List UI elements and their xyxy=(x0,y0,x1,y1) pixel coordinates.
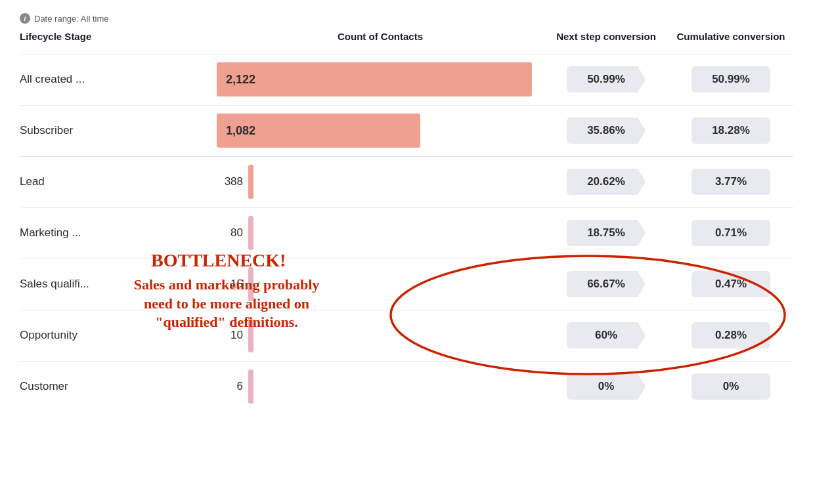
cumulative-sales-qualified: 0.47% xyxy=(669,271,793,297)
cumulative-badge-lead: 3.77% xyxy=(692,169,770,195)
lifecycle-stage-header: Lifecycle Stage xyxy=(20,30,217,43)
table-row-marketing: Marketing ...8018.75%0.71% xyxy=(20,207,793,259)
next-step-badge-opportunity: 60% xyxy=(567,322,646,348)
info-icon: i xyxy=(20,13,30,24)
next-step-header: Next step conversion xyxy=(544,30,669,43)
next-step-sales-qualified: 66.67% xyxy=(544,271,669,297)
bar-marketing xyxy=(248,216,253,250)
next-step-badge-lead: 20.62% xyxy=(567,169,646,195)
bar-subscriber: 1,082 xyxy=(217,114,420,148)
cumulative-badge-sales-qualified: 0.47% xyxy=(692,271,770,297)
cumulative-header: Cumulative conversion xyxy=(669,30,793,43)
main-container: i Date range: All time Lifecycle Stage C… xyxy=(0,0,813,425)
row-label-all-created: All created ... xyxy=(20,66,217,93)
table-rows: All created ...2,12250.99%50.99%Subscrib… xyxy=(20,54,793,412)
bar-value-customer: 6 xyxy=(217,380,243,393)
cumulative-badge-customer: 0% xyxy=(692,373,770,400)
table-row-customer: Customer60%0% xyxy=(20,361,793,412)
bar-customer xyxy=(248,369,253,404)
cumulative-badge-opportunity: 0.28% xyxy=(692,322,770,348)
bar-container-opportunity: 10 xyxy=(217,313,544,358)
cumulative-lead: 3.77% xyxy=(669,169,793,195)
table-row-all-created: All created ...2,12250.99%50.99% xyxy=(20,54,793,105)
next-step-subscriber: 35.86% xyxy=(544,117,669,144)
next-step-badge-customer: 0% xyxy=(567,373,646,400)
cumulative-marketing: 0.71% xyxy=(669,220,793,246)
row-label-customer: Customer xyxy=(20,373,217,400)
table-row-lead: Lead38820.62%3.77% xyxy=(20,156,793,207)
bar-container-subscriber: 1,082 xyxy=(217,108,544,153)
next-step-badge-subscriber: 35.86% xyxy=(567,117,646,144)
table-row-sales-qualified: Sales qualifi...1566.67%0.47% xyxy=(20,259,793,310)
next-step-badge-sales-qualified: 66.67% xyxy=(567,271,646,297)
row-label-marketing: Marketing ... xyxy=(20,220,217,246)
bar-container-marketing: 80 xyxy=(217,211,544,255)
table-header: Lifecycle Stage Count of Contacts Next s… xyxy=(20,30,793,49)
bar-container-sales-qualified: 15 xyxy=(217,262,544,306)
next-step-marketing: 18.75% xyxy=(544,220,669,246)
cumulative-subscriber: 18.28% xyxy=(669,117,793,144)
bar-sales-qualified xyxy=(248,267,253,301)
cumulative-badge-all-created: 50.99% xyxy=(692,66,770,93)
next-step-lead: 20.62% xyxy=(544,169,669,195)
bar-container-lead: 388 xyxy=(217,159,544,204)
bar-all-created: 2,122 xyxy=(217,62,532,96)
cumulative-badge-subscriber: 18.28% xyxy=(692,117,770,144)
next-step-opportunity: 60% xyxy=(544,322,669,348)
bar-lead xyxy=(248,165,253,199)
bar-opportunity xyxy=(248,318,253,352)
bar-container-customer: 6 xyxy=(217,364,544,409)
next-step-badge-marketing: 18.75% xyxy=(567,220,646,246)
table-row-subscriber: Subscriber1,08235.86%18.28% xyxy=(20,105,793,156)
row-label-sales-qualified: Sales qualifi... xyxy=(20,271,217,297)
cumulative-customer: 0% xyxy=(669,373,793,400)
next-step-all-created: 50.99% xyxy=(544,66,669,93)
row-label-lead: Lead xyxy=(20,169,217,195)
next-step-customer: 0% xyxy=(544,373,669,400)
date-range-row: i Date range: All time xyxy=(20,13,793,24)
bar-container-all-created: 2,122 xyxy=(217,57,544,102)
row-label-opportunity: Opportunity xyxy=(20,322,217,348)
cumulative-badge-marketing: 0.71% xyxy=(692,220,770,246)
count-contacts-header: Count of Contacts xyxy=(217,30,544,43)
next-step-badge-all-created: 50.99% xyxy=(567,66,646,93)
bar-value-sales-qualified: 15 xyxy=(217,278,243,291)
date-range-label: Date range: All time xyxy=(34,14,108,24)
table-row-opportunity: Opportunity1060%0.28% xyxy=(20,310,793,361)
cumulative-all-created: 50.99% xyxy=(669,66,793,93)
bar-value-lead: 388 xyxy=(217,175,243,188)
bar-value-marketing: 80 xyxy=(217,226,243,240)
row-label-subscriber: Subscriber xyxy=(20,117,217,144)
bar-value-opportunity: 10 xyxy=(217,329,243,342)
cumulative-opportunity: 0.28% xyxy=(669,322,793,348)
